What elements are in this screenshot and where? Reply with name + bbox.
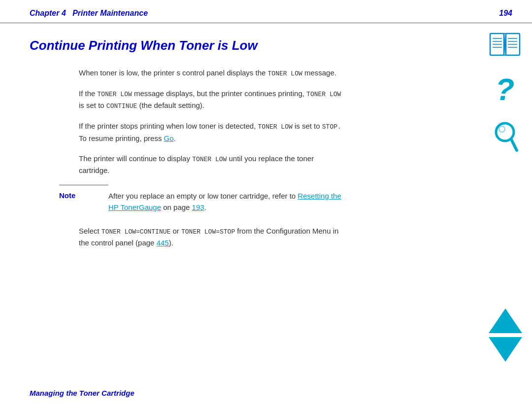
magnifier-icon[interactable] [490,118,520,153]
paragraph-2: If the TONER LOW message displays, but t… [79,88,424,111]
right-icons: ? [488,30,522,153]
footer-text: Managing the Toner Cartridge [30,389,134,397]
resetting-link[interactable]: Resetting the HP TonerGauge [108,192,341,211]
header: Chapter 4 Printer Maintenance 194 [0,0,532,23]
page-193-link[interactable]: 193 [192,203,204,211]
arrow-down-button[interactable] [489,337,522,362]
arrow-up-button[interactable] [489,308,522,333]
paragraph-3: If the printer stops printing when low t… [79,120,424,143]
paragraph-4: The printer will continue to display TON… [79,153,424,176]
footer: Managing the Toner Cartridge [30,389,134,397]
header-chapter: Chapter 4 Printer Maintenance [30,9,148,18]
select-paragraph: Select TONER LOW=CONTINUE or TONER LOW=S… [79,225,424,248]
svg-line-14 [511,139,517,150]
paragraph-1: When toner is low, the printer s control… [79,67,424,79]
main-content: Continue Printing When Toner is Low When… [0,28,453,267]
svg-point-15 [499,126,505,132]
header-page-number: 194 [499,9,512,18]
book-icon[interactable] [488,30,522,60]
page-445-link[interactable]: 445 [157,239,169,247]
note-label: Note [59,190,108,213]
note-text: After you replace an empty or low toner … [108,190,424,213]
question-icon[interactable]: ? [492,72,518,106]
svg-text:?: ? [496,72,514,106]
nav-arrows [489,308,522,362]
page-title: Continue Printing When Toner is Low [30,38,424,53]
go-link[interactable]: Go [164,134,174,142]
